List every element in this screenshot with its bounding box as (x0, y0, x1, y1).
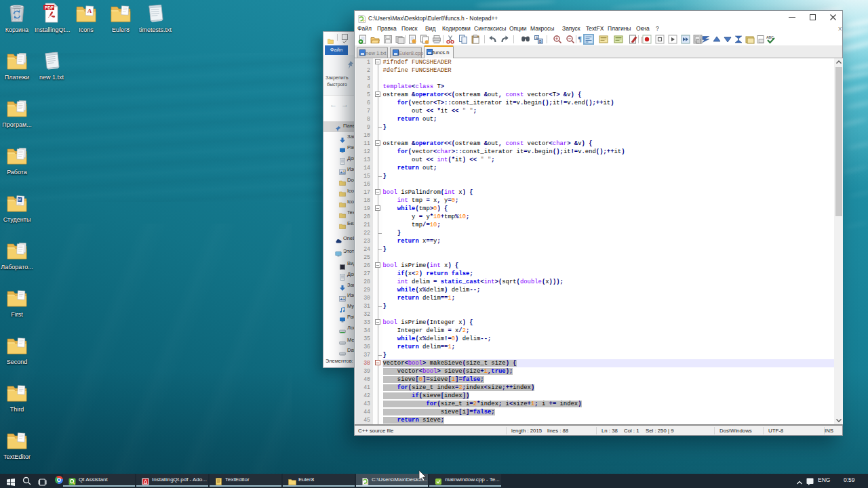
svg-text:PDF: PDF (45, 5, 54, 10)
svg-text:А: А (87, 7, 93, 14)
svg-text:B: B (539, 39, 542, 43)
svg-text:ABC: ABC (766, 35, 774, 39)
